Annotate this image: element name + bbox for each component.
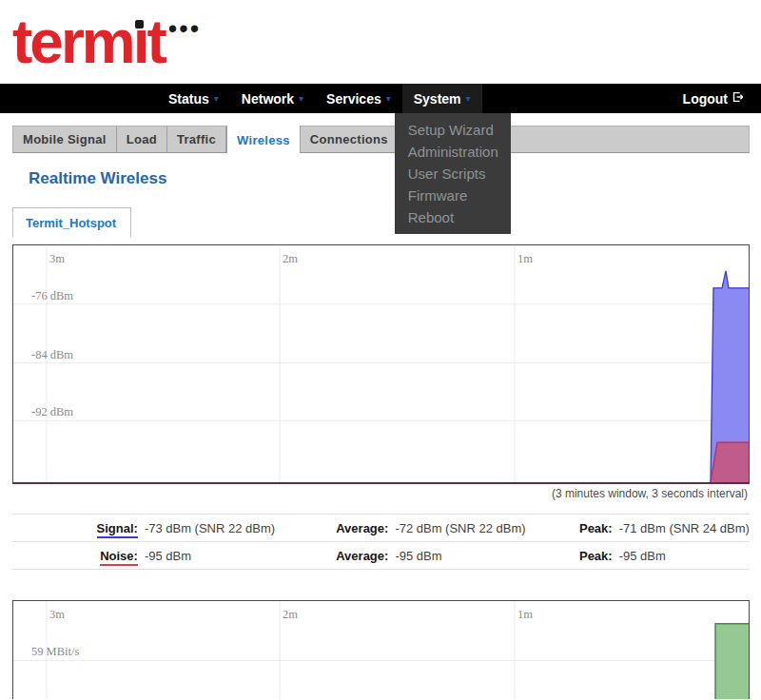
wireless-signal-chart: 3m 2m 1m -76 dBm -84 dBm -92 dBm <box>12 244 750 484</box>
noise-current-value: -95 dBm <box>138 542 331 570</box>
nav-item-system[interactable]: System ▾ Setup Wizard Administration Use… <box>402 84 482 113</box>
menu-item-firmware[interactable]: Firmware <box>395 185 511 206</box>
chevron-down-icon: ▾ <box>466 93 471 104</box>
tab-traffic[interactable]: Traffic <box>167 126 226 152</box>
nav-item-services[interactable]: Services ▾ <box>315 84 402 113</box>
menu-item-administration[interactable]: Administration <box>395 141 511 163</box>
x-tick-3m: 3m <box>49 252 65 265</box>
x-tick-2m: 2m <box>283 252 298 265</box>
tab-connections[interactable]: Connections <box>301 126 399 152</box>
wireless-throughput-chart: 3m 2m 1m 59 MBit/s <box>12 600 750 699</box>
nav-spacer <box>482 84 672 113</box>
logout-button[interactable]: Logout <box>672 84 761 113</box>
noise-peak-label: Peak: <box>575 542 613 570</box>
throughput-area <box>715 624 749 699</box>
signal-average-value: -72 dBm (SNR 22 dBm) <box>388 515 574 542</box>
table-row-noise: Noise: -95 dBm Average: -95 dBm Peak: -9… <box>12 542 750 570</box>
signal-peak-value: -71 dBm (SNR 24 dBm) <box>613 515 750 542</box>
tab-wireless[interactable]: Wireless <box>226 126 301 153</box>
menu-item-user-scripts[interactable]: User Scripts <box>395 163 511 185</box>
throughput-chart-svg: 3m 2m 1m 59 MBit/s <box>13 601 749 699</box>
y-tick-76dbm: -76 dBm <box>31 289 73 302</box>
signal-chart-svg: 3m 2m 1m -76 dBm -84 dBm -92 dBm <box>13 245 749 482</box>
subtab-termit-hotspot[interactable]: Termit_Hotspot <box>12 207 131 237</box>
signal-peak-label: Peak: <box>575 515 613 542</box>
y-tick-84dbm: -84 dBm <box>31 348 73 361</box>
x-tick-3m: 3m <box>49 608 65 621</box>
signal-current-value: -73 dBm (SNR 22 dBm) <box>138 515 331 542</box>
noise-label: Noise: <box>100 549 138 566</box>
noise-average-value: -95 dBm <box>388 542 574 570</box>
tab-mobile-signal[interactable]: Mobile Signal <box>13 126 117 152</box>
logo-i-dot <box>135 20 144 29</box>
main-navbar: Status ▾ Network ▾ Services ▾ System ▾ S… <box>0 84 761 113</box>
nav-item-status[interactable]: Status ▾ <box>157 84 230 113</box>
chevron-down-icon: ▾ <box>214 93 219 104</box>
table-row-signal: Signal: -73 dBm (SNR 22 dBm) Average: -7… <box>12 515 750 542</box>
signal-label: Signal: <box>97 521 138 538</box>
chart-window-caption: (3 minutes window, 3 seconds interval) <box>0 487 748 500</box>
logo-text: termıt <box>12 6 165 78</box>
noise-average-label: Average: <box>331 542 388 570</box>
tab-load[interactable]: Load <box>117 126 167 152</box>
signal-average-label: Average: <box>331 515 388 542</box>
status-tabbar: Mobile Signal Load Traffic Wireless Conn… <box>12 126 750 153</box>
logo-part1: term <box>12 8 133 76</box>
y-tick-92dbm: -92 dBm <box>31 405 73 418</box>
noise-peak-value: -95 dBm <box>613 542 750 570</box>
termit-logo: termıt ••• <box>12 6 761 78</box>
y-tick-59mbit: 59 MBit/s <box>31 645 80 658</box>
x-tick-1m: 1m <box>517 252 533 265</box>
logo-letter-i: ı <box>133 8 147 76</box>
logo-part2: t <box>147 8 165 76</box>
menu-item-setup-wizard[interactable]: Setup Wizard <box>395 119 511 141</box>
nav-item-network[interactable]: Network ▾ <box>230 84 315 113</box>
logout-exit-icon <box>731 90 744 104</box>
logo-dots-icon: ••• <box>168 19 201 38</box>
x-tick-2m: 2m <box>283 608 298 621</box>
menu-item-reboot[interactable]: Reboot <box>395 206 511 228</box>
x-tick-1m: 1m <box>517 608 533 621</box>
chevron-down-icon: ▾ <box>386 93 391 104</box>
chevron-down-icon: ▾ <box>299 93 303 104</box>
header: termıt ••• <box>0 0 761 84</box>
system-dropdown-menu: Setup Wizard Administration User Scripts… <box>395 113 511 234</box>
wireless-stats-table: Signal: -73 dBm (SNR 22 dBm) Average: -7… <box>12 514 750 570</box>
